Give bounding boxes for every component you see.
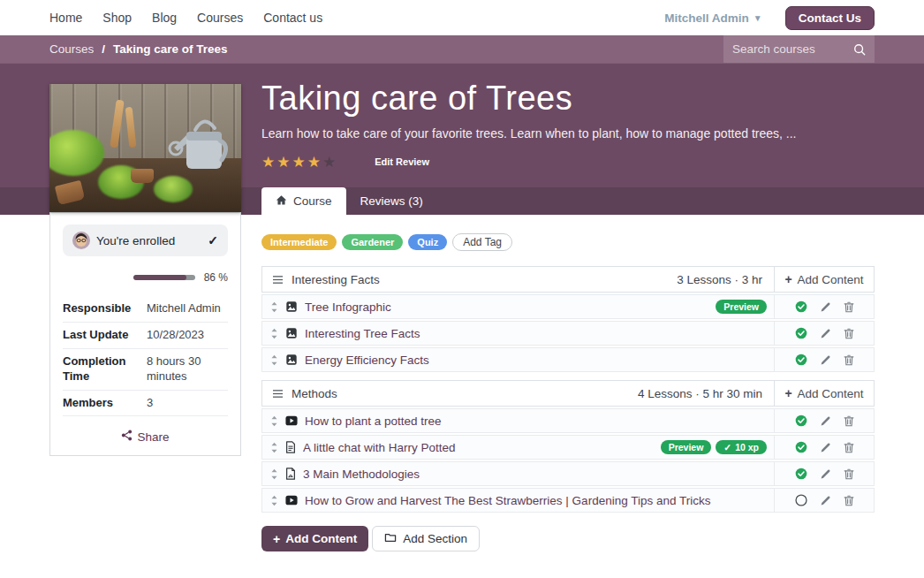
drag-handle-icon[interactable]: [262, 415, 285, 427]
xp-badge: ✓10 xp: [716, 440, 767, 454]
star-icon[interactable]: ★: [276, 154, 292, 171]
drag-handle-icon[interactable]: [262, 442, 285, 453]
course-details-table: Responsible Mitchell Admin Last Update 1…: [63, 296, 228, 415]
lesson-title-link[interactable]: Interesting Tree Facts: [305, 327, 760, 340]
star-icon[interactable]: ★: [261, 154, 276, 171]
drag-handle-icon[interactable]: [262, 354, 285, 366]
circle-check-icon[interactable]: [795, 354, 807, 366]
lesson-title-link[interactable]: Energy Efficiency Facts: [305, 354, 760, 367]
video-icon: [285, 415, 298, 426]
tag-quiz[interactable]: Quiz: [408, 234, 447, 250]
tag-intermediate[interactable]: Intermediate: [261, 234, 337, 250]
section-rows: How to plant a potted tree A little chat…: [261, 408, 875, 513]
drag-handle-icon[interactable]: [262, 468, 285, 480]
trash-icon[interactable]: [844, 468, 854, 480]
lesson-actions: [775, 354, 874, 366]
add-content-button-label: Add Content: [285, 532, 357, 545]
pencil-icon[interactable]: [820, 468, 831, 480]
image-icon: [285, 327, 298, 339]
pencil-icon[interactable]: [820, 495, 831, 506]
user-avatar: [72, 232, 90, 249]
nav-link-courses[interactable]: Courses: [197, 11, 243, 25]
star-rating[interactable]: ★★★★★: [261, 155, 337, 170]
cover-pot: [131, 169, 154, 183]
trash-icon[interactable]: [844, 301, 854, 313]
lesson-actions: [775, 414, 874, 427]
breadcrumb-separator: /: [102, 42, 105, 56]
circle-check-icon[interactable]: [795, 300, 807, 313]
breadcrumb-parent[interactable]: Courses: [49, 42, 94, 56]
lesson-actions: [775, 494, 874, 506]
preview-badge: Preview: [661, 440, 712, 454]
circle-check-icon[interactable]: [795, 327, 807, 339]
lesson-title-link[interactable]: 3 Main Methodologies: [303, 468, 760, 481]
lesson-title-link[interactable]: A little chat with Harry Potted: [303, 441, 654, 454]
add-content-button[interactable]: + Add Content: [261, 526, 368, 551]
add-tag-button[interactable]: Add Tag: [452, 233, 512, 251]
divider: [63, 415, 228, 416]
trash-icon[interactable]: [844, 415, 854, 427]
circle-check-icon[interactable]: [795, 441, 807, 453]
circle-check-icon[interactable]: [795, 468, 807, 480]
user-menu[interactable]: Mitchell Admin ▼: [664, 11, 761, 25]
star-icon[interactable]: ★: [307, 154, 322, 171]
pencil-icon[interactable]: [820, 442, 831, 453]
detail-row: Responsible Mitchell Admin: [63, 296, 228, 322]
circle-outline-icon[interactable]: [795, 494, 807, 506]
tab-course[interactable]: Course: [261, 187, 346, 215]
nav-link-contact-us[interactable]: Contact us: [263, 11, 322, 25]
drag-handle-icon[interactable]: [262, 328, 285, 339]
lesson-title-link[interactable]: How to plant a potted tree: [305, 414, 760, 428]
section-title[interactable]: Interesting Facts: [292, 273, 677, 286]
tab-course-label: Course: [293, 194, 332, 208]
user-name: Mitchell Admin: [664, 11, 749, 25]
contact-us-button[interactable]: Contact Us: [785, 6, 875, 30]
search-input[interactable]: [732, 42, 853, 56]
detail-label: Completion Time: [63, 354, 147, 384]
section-add-content-label: Add Content: [798, 387, 864, 400]
pencil-icon[interactable]: [820, 354, 831, 366]
star-icon[interactable]: ★: [292, 154, 307, 171]
progress-row: 86 %: [63, 271, 228, 284]
caret-down-icon: ▼: [754, 13, 762, 23]
nav-link-blog[interactable]: Blog: [152, 11, 177, 25]
share-button[interactable]: Share: [121, 430, 169, 444]
section-add-content-button[interactable]: + Add Content: [775, 273, 874, 286]
drag-handle-icon[interactable]: [262, 301, 285, 313]
rating-row: ★★★★★ Edit Review: [261, 155, 875, 170]
add-section-button[interactable]: Add Section: [372, 526, 480, 551]
course-section: Methods 4 Lessons · 5 hr 30 min + Add Co…: [261, 380, 875, 513]
section-header: Methods 4 Lessons · 5 hr 30 min + Add Co…: [261, 380, 875, 407]
section-title[interactable]: Methods: [292, 387, 638, 400]
pencil-icon[interactable]: [820, 415, 831, 427]
drag-handle-icon[interactable]: [262, 495, 285, 506]
section-add-content-button[interactable]: + Add Content: [775, 387, 874, 400]
menu-drag-icon[interactable]: [262, 275, 292, 285]
share-row: Share: [63, 429, 228, 445]
lesson-row: Interesting Tree Facts: [261, 321, 875, 346]
lesson-actions: [775, 441, 874, 453]
circle-check-icon[interactable]: [795, 414, 807, 427]
trash-icon[interactable]: [844, 354, 854, 366]
search-icon[interactable]: [853, 43, 866, 56]
menu-drag-icon[interactable]: [262, 389, 292, 399]
plus-icon: +: [784, 273, 791, 285]
trash-icon[interactable]: [844, 328, 854, 339]
tag-gardener[interactable]: Gardener: [342, 234, 403, 250]
tab-reviews[interactable]: Reviews (3): [346, 187, 437, 215]
lesson-actions: [775, 300, 874, 313]
cover-lettuce: [154, 176, 193, 202]
nav-link-shop[interactable]: Shop: [102, 11, 132, 25]
trash-icon[interactable]: [844, 495, 854, 506]
tags-row: IntermediateGardenerQuizAdd Tag: [261, 233, 875, 251]
pencil-icon[interactable]: [820, 301, 831, 313]
edit-review-link[interactable]: Edit Review: [375, 156, 429, 167]
lesson-title-link[interactable]: Tree Infographic: [305, 300, 708, 314]
lesson-badges: Preview: [716, 300, 767, 314]
lesson-title-link[interactable]: How to Grow and Harvest The Best Strawbe…: [305, 494, 760, 507]
breadcrumb-bar: Courses / Taking care of Trees: [0, 35, 924, 63]
nav-link-home[interactable]: Home: [49, 11, 82, 25]
trash-icon[interactable]: [844, 442, 854, 453]
pencil-icon[interactable]: [820, 328, 831, 339]
star-icon[interactable]: ★: [322, 154, 337, 171]
